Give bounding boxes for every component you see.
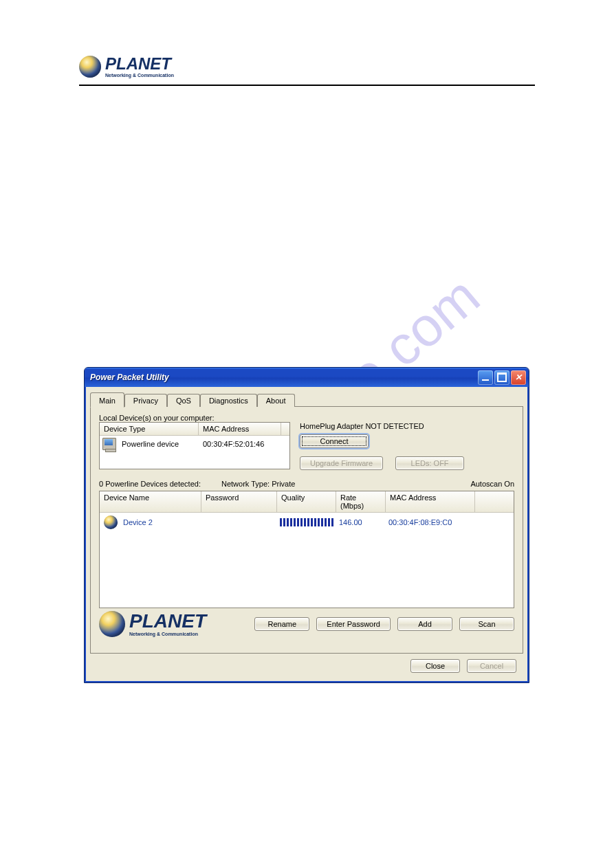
local-devices-table[interactable]: Device Type MAC Address Powerline device… — [99, 422, 290, 469]
cell-mac-remote: 00:30:4F:08:E9:C0 — [386, 518, 475, 526]
footer-planet-logo: PLANET Networking & Communication — [99, 611, 206, 637]
app-window: Power Packet Utility Main Privacy QoS Di… — [84, 367, 529, 683]
brand-word: PLANET — [105, 56, 174, 72]
enter-password-button[interactable]: Enter Password — [316, 617, 391, 631]
globe-icon — [79, 56, 101, 78]
tab-page-main: Local Device(s) on your computer: Device… — [90, 406, 523, 654]
close-button[interactable]: Close — [410, 659, 460, 673]
brand-tagline: Networking & Communication — [105, 73, 174, 78]
col-device-type[interactable]: Device Type — [100, 423, 199, 435]
close-window-button[interactable] — [511, 370, 526, 385]
tab-main[interactable]: Main — [90, 392, 124, 408]
scan-button[interactable]: Scan — [459, 617, 514, 631]
local-devices-heading: Local Device(s) on your computer: — [99, 414, 514, 422]
document-header: PLANET Networking & Communication — [79, 48, 535, 86]
col-rate[interactable]: Rate (Mbps) — [336, 491, 386, 512]
footer-brand-tagline: Networking & Communication — [129, 632, 206, 636]
col-mac-address[interactable]: MAC Address — [199, 423, 281, 435]
tab-diagnostics[interactable]: Diagnostics — [200, 394, 257, 407]
computer-icon — [102, 438, 116, 450]
cell-quality — [277, 518, 336, 526]
globe-icon — [104, 515, 118, 529]
tab-strip: Main Privacy QoS Diagnostics About — [90, 392, 523, 407]
network-type-label: Network Type: Private — [221, 480, 295, 488]
cell-rate: 146.00 — [336, 518, 386, 526]
devices-detected-label: 0 Powerline Devices detected: — [99, 480, 201, 488]
maximize-button[interactable] — [494, 370, 509, 385]
col-mac-address-remote[interactable]: MAC Address — [386, 491, 475, 512]
window-title: Power Packet Utility — [90, 372, 476, 382]
adapter-status-text: HomePlug Adapter NOT DETECTED — [300, 422, 514, 430]
cell-mac: 00:30:4F:52:01:46 — [200, 440, 267, 448]
connect-button[interactable]: Connect — [300, 434, 369, 448]
col-password[interactable]: Password — [201, 491, 277, 512]
titlebar[interactable]: Power Packet Utility — [85, 368, 529, 387]
tab-about[interactable]: About — [257, 394, 295, 407]
minimize-button[interactable] — [478, 370, 493, 385]
quality-bar-icon — [280, 518, 333, 526]
col-blank[interactable] — [475, 491, 514, 512]
col-quality[interactable]: Quality — [277, 491, 336, 512]
dialog-bottom-bar: Close Cancel — [90, 654, 523, 677]
cell-device-name: Device 2 — [120, 518, 201, 526]
add-button[interactable]: Add — [397, 617, 452, 631]
table-row[interactable]: Powerline device 00:30:4F:52:01:46 — [100, 436, 289, 452]
remote-devices-table[interactable]: Device Name Password Quality Rate (Mbps)… — [99, 491, 514, 608]
tab-qos[interactable]: QoS — [167, 394, 200, 407]
footer-brand-word: PLANET — [129, 612, 206, 631]
table-row[interactable]: Device 2 146.00 00:30:4F:08:E9:C0 — [100, 513, 514, 532]
planet-logo: PLANET Networking & Communication — [79, 56, 174, 78]
upgrade-firmware-button[interactable]: Upgrade Firmware — [300, 456, 383, 470]
col-device-name[interactable]: Device Name — [100, 491, 201, 512]
leds-off-button[interactable]: LEDs: OFF — [395, 456, 464, 470]
globe-icon — [99, 611, 125, 637]
autoscan-label: Autoscan On — [470, 480, 514, 488]
cell-device-type: Powerline device — [119, 440, 200, 448]
rename-button[interactable]: Rename — [254, 617, 309, 631]
tab-privacy[interactable]: Privacy — [124, 394, 167, 407]
cancel-button[interactable]: Cancel — [467, 659, 516, 673]
